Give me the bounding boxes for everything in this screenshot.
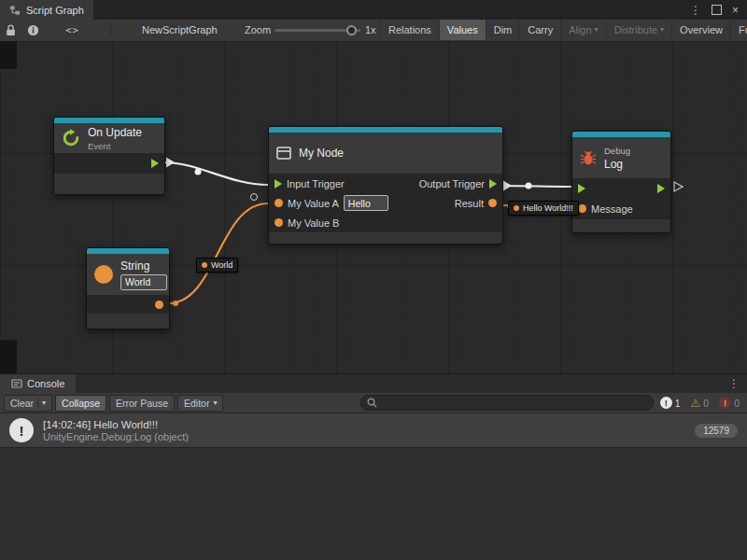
close-icon[interactable]: ×	[732, 4, 739, 17]
my-node-icon	[276, 147, 291, 160]
maximize-icon[interactable]	[712, 5, 722, 15]
relations-toggle[interactable]: Relations	[380, 20, 439, 40]
wire-string-to-mynode[interactable]	[168, 203, 268, 303]
unconnected-flow-port-icon[interactable]	[674, 182, 683, 191]
console-toolbar: Clear ▾ Collapse Error Pause Editor ▾ ! …	[0, 393, 747, 413]
log-entry-row[interactable]: ! [14:02:46] Hello World!!! UnityEngine.…	[0, 413, 747, 448]
fullscreen-button[interactable]: Full S	[730, 20, 747, 40]
error-count-toggle[interactable]: ! 0	[715, 396, 743, 411]
node-my-node[interactable]: My Node Input Trigger Output Trigger My …	[268, 126, 503, 245]
console-tab[interactable]: Console	[0, 374, 76, 393]
log-stacktrace: UnityEngine.Debug:Log (object)	[43, 431, 685, 442]
info-count-toggle[interactable]: ! 1	[656, 396, 684, 411]
info-log-icon: !	[660, 397, 672, 409]
string-value-input[interactable]	[120, 274, 167, 290]
wire-mynode-to-debug[interactable]	[501, 186, 571, 187]
carry-toggle[interactable]: Carry	[519, 20, 560, 40]
string-type-icon	[94, 265, 113, 284]
on-update-output-port[interactable]	[151, 159, 159, 168]
window-controls: ⋮ ×	[690, 0, 747, 20]
node-title: Log	[604, 158, 630, 171]
values-toggle[interactable]: Values	[439, 20, 486, 40]
port-label: My Value B	[288, 217, 339, 229]
node-debug-log[interactable]: Debug Log Message	[571, 131, 671, 233]
port-label: My Value A	[288, 198, 339, 209]
overview-button[interactable]: Overview	[671, 20, 730, 40]
graph-toolbar-buttons: Relations Values Dim Carry Align▾ Distri…	[380, 20, 747, 40]
debug-input-port[interactable]	[578, 184, 585, 193]
info-icon[interactable]	[27, 20, 39, 40]
port-row: Input Trigger Output Trigger	[269, 174, 502, 193]
collapse-count-badge: 12579	[695, 424, 738, 438]
node-footer	[54, 174, 164, 194]
debug-output-port[interactable]	[657, 184, 665, 193]
zoom-slider-knob[interactable]	[346, 25, 357, 35]
wire-value-chip: Hello World!!!	[508, 201, 579, 216]
window-tab-bar: Script Graph ⋮ ×	[0, 0, 747, 20]
node-footer	[572, 219, 670, 232]
value-dot-icon	[202, 262, 207, 268]
caret-down-icon: ▾	[42, 399, 46, 407]
editor-dropdown[interactable]: Editor ▾	[177, 395, 223, 412]
tab-script-graph[interactable]: Script Graph	[0, 0, 93, 20]
port-label: Result	[455, 198, 484, 209]
pane-menu-icon[interactable]: ⋮	[690, 4, 701, 17]
graph-canvas[interactable]: On Update Event My Node	[0, 41, 747, 373]
my-value-a-input[interactable]	[344, 195, 388, 211]
distribute-dropdown[interactable]: Distribute▾	[606, 20, 671, 40]
node-title: My Node	[299, 147, 344, 160]
node-title: On Update	[88, 126, 142, 139]
message-port[interactable]	[578, 204, 586, 213]
bug-icon	[580, 150, 597, 166]
port-row: My Value A Result	[269, 193, 502, 213]
dim-toggle[interactable]: Dim	[486, 20, 520, 40]
value-dot-icon	[514, 205, 519, 211]
my-value-b-port[interactable]	[275, 218, 283, 227]
wire-onupdate-to-mynode[interactable]	[164, 162, 268, 185]
console-search-input[interactable]	[381, 397, 647, 410]
toolbar-separator	[110, 23, 111, 36]
warning-count-toggle[interactable]: ⚠ 0	[687, 396, 713, 411]
result-port[interactable]	[488, 199, 497, 207]
unconnected-value-port-icon[interactable]	[250, 193, 258, 201]
wire-flow-dot	[526, 183, 532, 189]
lock-icon[interactable]	[6, 20, 16, 40]
wire-start-arrow-icon	[166, 158, 175, 168]
console-icon	[11, 378, 22, 389]
console-detail-pane[interactable]	[0, 447, 747, 560]
search-icon	[367, 398, 377, 408]
unity-window: Script Graph ⋮ × <> NewScriptGraph Zoom	[0, 0, 747, 560]
wire-value-chip: World	[196, 258, 238, 273]
my-value-a-port[interactable]	[275, 199, 283, 207]
node-on-update[interactable]: On Update Event	[53, 117, 165, 195]
collapse-toggle[interactable]: Collapse	[55, 395, 106, 412]
console-tab-bar: Console ⋮	[0, 374, 747, 393]
align-dropdown[interactable]: Align▾	[560, 20, 605, 40]
caret-down-icon: ▾	[660, 26, 664, 34]
port-row	[54, 153, 164, 174]
wire-start-arrow-icon	[503, 181, 512, 191]
graph-toolbar: <> NewScriptGraph Zoom 1x Relations Valu…	[0, 20, 747, 42]
input-trigger-port[interactable]	[275, 179, 282, 189]
wire-flow-dot	[195, 169, 202, 175]
zoom-label: Zoom	[245, 20, 271, 40]
caret-down-icon: ▾	[213, 399, 217, 407]
error-pause-toggle[interactable]: Error Pause	[109, 395, 175, 412]
console-panel: Console ⋮ Clear ▾ Collapse Error Pause E…	[0, 373, 747, 560]
string-output-port[interactable]	[155, 301, 163, 309]
node-kind: Debug	[604, 146, 630, 156]
port-label: Input Trigger	[287, 178, 345, 189]
edit-script-icon[interactable]: <>	[65, 20, 79, 40]
console-search	[360, 395, 654, 411]
port-label: Message	[591, 203, 633, 215]
output-trigger-port[interactable]	[489, 179, 497, 189]
node-footer	[269, 232, 502, 244]
port-row	[572, 178, 670, 198]
node-title: String	[120, 259, 167, 273]
clear-button[interactable]: Clear ▾	[4, 395, 52, 412]
script-graph-icon	[9, 5, 21, 16]
tab-title: Script Graph	[26, 5, 84, 16]
node-string[interactable]: String	[86, 247, 170, 329]
caret-down-icon: ▾	[595, 26, 599, 34]
console-menu-icon[interactable]: ⋮	[721, 374, 747, 393]
